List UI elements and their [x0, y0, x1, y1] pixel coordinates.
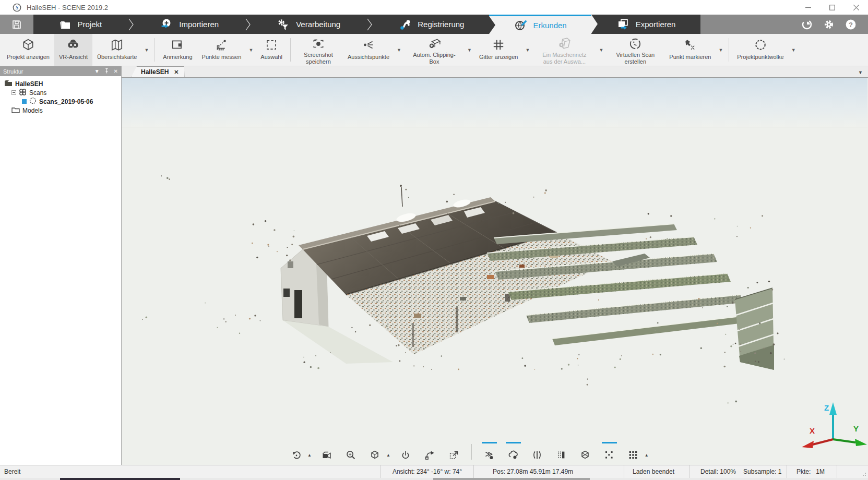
mesh-icon — [557, 37, 572, 51]
chevron-down-icon[interactable]: ▼ — [522, 47, 532, 53]
ribbon-toolbar: Projekt anzeigen VR-Ansicht Übersichtska… — [0, 34, 868, 66]
tree-item-models[interactable]: Models — [11, 106, 121, 115]
structure-panel-title: Struktur — [3, 68, 23, 75]
title-bar: S HalleSEH - SCENE 2019.2 — [0, 0, 868, 15]
pick-scan-points-button[interactable] — [481, 442, 498, 462]
chevron-down-icon[interactable]: ▲ — [307, 453, 312, 462]
toolbar-punkte-messen[interactable]: Punkte messen — [197, 34, 246, 66]
viewpoints-icon — [361, 37, 376, 53]
point-density-button[interactable] — [601, 442, 618, 462]
document-tab-halleseh[interactable]: HalleSEH ✕ — [131, 66, 185, 77]
point-cloud-toggle-button[interactable] — [505, 442, 522, 462]
close-button[interactable] — [844, 0, 868, 15]
toolbar-screenshot-speichern[interactable]: Screenshot speichern — [294, 34, 343, 66]
structure-panel: Struktur ▼ ✕ HalleSEH Scans — [0, 66, 122, 465]
chevron-down-icon[interactable]: ▼ — [716, 47, 726, 53]
minimize-button[interactable] — [796, 0, 820, 15]
export-icon — [616, 18, 630, 31]
toolbar-vr-ansicht[interactable]: VR-Ansicht — [54, 34, 92, 66]
toolbar-punkt-markieren[interactable]: Punkt markieren — [664, 34, 716, 66]
toolbar-uebersichtskarte[interactable]: Übersichtskarte — [92, 34, 141, 66]
window-title: HalleSEH - SCENE 2019.2 — [27, 4, 108, 11]
toolbar-aussichtspunkte[interactable]: Aussichtspunkte — [343, 34, 394, 66]
chevron-down-icon[interactable]: ▼ — [141, 47, 151, 53]
status-loading: Laden beendet — [624, 465, 689, 478]
scans-cluster-icon — [19, 88, 27, 98]
document-tab-bar: HalleSEH ✕ ▼ — [122, 66, 868, 78]
scan-fence-button[interactable] — [553, 442, 570, 462]
tab-exportieren[interactable]: Exportieren — [591, 15, 700, 34]
bottom-edge-sliver — [0, 478, 868, 480]
collapse-expander-icon[interactable] — [11, 90, 16, 95]
move-selection-button[interactable] — [445, 442, 462, 462]
structure-tree: HalleSEH Scans Scans_2019-05-06 Models — [0, 76, 121, 115]
clipping-planes-button[interactable] — [529, 442, 546, 462]
annotation-icon — [171, 37, 184, 53]
tab-registrierung[interactable]: Registrierung — [374, 15, 489, 34]
pin-icon[interactable] — [104, 68, 109, 75]
point-cloud-icon — [753, 37, 768, 53]
camera-position-button[interactable] — [318, 442, 336, 462]
tab-close-icon[interactable]: ✕ — [174, 69, 179, 76]
sync-icon[interactable] — [801, 19, 813, 30]
vr-headset-icon — [66, 37, 80, 53]
toolbar-projektpunktwolke[interactable]: Projektpunktwolke — [732, 34, 788, 66]
chevron-down-icon[interactable]: ▼ — [596, 47, 606, 53]
toolbar-autom-clipping-box[interactable]: Autom. Clipping-Box — [404, 34, 465, 66]
toolbar-virtuellen-scan[interactable]: Virtuellen Scan erstellen — [606, 34, 664, 66]
cube-icon — [21, 37, 35, 53]
view-toolbar-separator — [471, 444, 472, 460]
toolbar-anmerkung[interactable]: Anmerkung — [158, 34, 197, 66]
help-icon[interactable]: ? — [845, 19, 857, 30]
walk-mode-button[interactable] — [397, 442, 414, 462]
view-cube-button[interactable] — [366, 442, 384, 462]
panel-caret-icon[interactable]: ▼ — [94, 68, 100, 74]
settings-gear-icon[interactable] — [823, 19, 835, 30]
tab-projekt[interactable]: Projekt — [33, 15, 127, 34]
bounding-box-button[interactable] — [577, 442, 594, 462]
3d-viewport[interactable]: X Y Z ▲ ▲ — [122, 78, 868, 465]
camera-icon — [311, 37, 326, 51]
tab-verarbeitung[interactable]: Verarbeitung — [252, 15, 365, 34]
svg-text:S: S — [16, 5, 18, 10]
toolbar-projekt-anzeigen[interactable]: Projekt anzeigen — [2, 34, 54, 66]
view-navigation-toolbar: ▲ ▲ ▲ — [288, 442, 649, 462]
structure-panel-header: Struktur ▼ ✕ — [0, 66, 121, 76]
chevron-down-icon[interactable]: ▼ — [465, 47, 474, 53]
tree-item-scans[interactable]: Scans — [11, 88, 121, 97]
ribbon-utility-area: ? — [700, 15, 868, 34]
panel-close-icon[interactable]: ✕ — [114, 68, 118, 74]
save-button[interactable] — [0, 15, 33, 34]
zoom-button[interactable] — [342, 442, 360, 462]
sky — [122, 78, 867, 127]
save-icon — [11, 19, 22, 30]
tab-importieren[interactable]: Importieren — [135, 15, 244, 34]
ribbon-tabs: Projekt Importieren Verarbeitung Registr… — [33, 15, 700, 34]
chevron-down-icon[interactable]: ▼ — [394, 47, 404, 53]
chevron-down-icon[interactable]: ▼ — [246, 47, 256, 53]
axis-x-label: X — [810, 426, 815, 435]
pixel-grid-button[interactable] — [625, 442, 642, 462]
chevron-down-icon[interactable]: ▲ — [645, 453, 649, 462]
tree-item-project[interactable]: HalleSEH — [4, 79, 121, 88]
toolbar-auswahl[interactable]: Auswahl — [256, 34, 287, 66]
right-structure — [735, 288, 774, 370]
svg-text:?: ? — [849, 20, 853, 28]
ribbon-tab-strip: Projekt Importieren Verarbeitung Registr… — [0, 15, 868, 34]
jump-view-button[interactable] — [421, 442, 438, 462]
chevron-down-icon[interactable]: ▲ — [386, 453, 390, 462]
tab-erkunden[interactable]: Erkunden — [489, 15, 591, 34]
orbit-rotate-button[interactable] — [288, 442, 305, 462]
chevron-down-icon[interactable]: ▼ — [789, 47, 799, 53]
toolbar-gitter-anzeigen[interactable]: Gitter anzeigen — [474, 34, 523, 66]
tab-separator-icon — [244, 15, 252, 34]
tree-item-scan[interactable]: Scans_2019-05-06 — [22, 97, 121, 106]
resize-grip[interactable] — [837, 465, 868, 478]
maximize-button[interactable] — [820, 0, 844, 15]
tab-list-caret-icon[interactable]: ▼ — [858, 70, 863, 75]
toolbar-separator — [729, 38, 729, 62]
status-point-count: Pkte:1M — [787, 465, 837, 478]
project-folder-icon — [4, 80, 13, 88]
scan-color-chip — [22, 98, 27, 105]
scan-icon — [29, 97, 37, 106]
